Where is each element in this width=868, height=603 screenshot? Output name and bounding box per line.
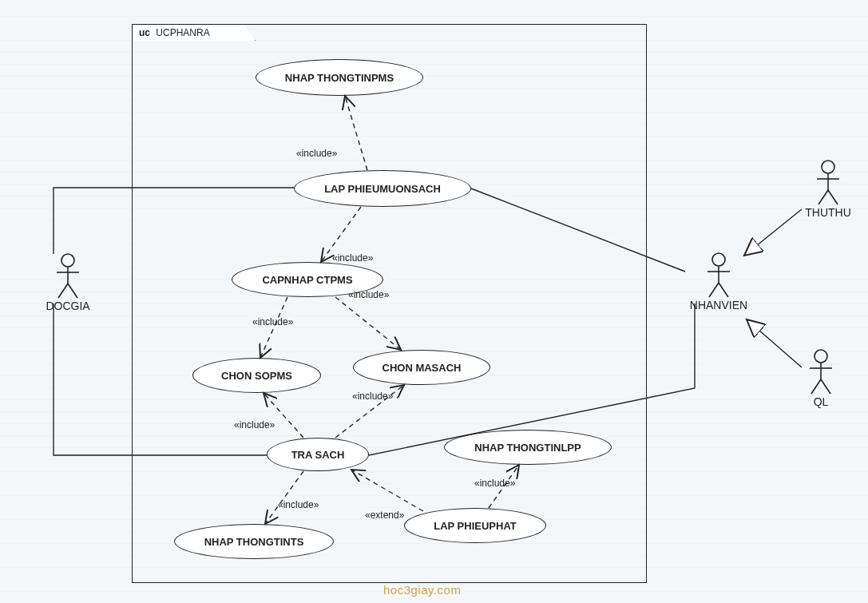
label-include-8: «include» <box>474 478 515 489</box>
svg-line-4 <box>68 284 77 298</box>
stickfigure-icon <box>54 253 82 300</box>
usecase-nhap-thongtinpms: NHAP THONGTINPMS <box>256 59 423 96</box>
usecase-lap-phieumuonsach: LAP PHIEUMUONSACH <box>294 170 471 207</box>
actor-label: QL <box>797 395 845 408</box>
label-extend: «extend» <box>365 510 404 521</box>
stickfigure-icon <box>704 252 733 299</box>
actor-label: THUTHU <box>796 206 860 219</box>
svg-line-9 <box>719 283 728 297</box>
svg-line-8 <box>709 283 719 297</box>
usecase-chon-masach: CHON MASACH <box>353 350 490 385</box>
usecase-nhap-thongtints: NHAP THONGTINTS <box>174 524 334 559</box>
diagram-canvas: uc UCPHANRA DOCGIA NHANVIEN <box>0 0 868 603</box>
actor-nhanvien: NHANVIEN <box>683 252 755 311</box>
actor-label: DOCGIA <box>36 300 100 312</box>
svg-line-18 <box>811 379 821 394</box>
label-include-4: «include» <box>252 316 293 327</box>
svg-point-0 <box>61 254 74 267</box>
frame-name: UCPHANRA <box>156 27 209 38</box>
svg-line-13 <box>818 190 828 204</box>
actor-docgia: DOCGIA <box>36 253 100 312</box>
stickfigure-icon <box>814 160 842 206</box>
usecase-tra-sach: TRA SACH <box>267 438 369 471</box>
label-include-7: «include» <box>278 499 319 510</box>
svg-line-14 <box>828 190 838 204</box>
svg-point-5 <box>712 253 725 266</box>
frame-prefix: uc <box>139 27 150 38</box>
svg-point-15 <box>814 350 827 363</box>
label-include-2: «include» <box>332 252 373 264</box>
actor-label: NHANVIEN <box>683 299 755 311</box>
actor-ql: QL <box>797 349 845 408</box>
actor-thuthu: THUTHU <box>796 160 860 219</box>
label-include-1: «include» <box>296 148 337 159</box>
boundary-label: uc UCPHANRA <box>132 24 256 41</box>
usecase-chon-sopms: CHON SOPMS <box>192 358 321 393</box>
usecase-nhap-thongtinlpp: NHAP THONGTINLPP <box>444 430 612 465</box>
stickfigure-icon <box>807 349 835 395</box>
svg-line-3 <box>58 284 68 298</box>
watermark-text: hoc3giay.com <box>383 583 461 597</box>
svg-line-19 <box>821 379 830 394</box>
svg-point-10 <box>822 161 834 173</box>
label-include-6: «include» <box>352 391 393 402</box>
label-include-3: «include» <box>348 289 389 300</box>
system-boundary: uc UCPHANRA <box>132 24 647 583</box>
usecase-lap-phieuphat: LAP PHIEUPHAT <box>404 508 546 543</box>
label-include-5: «include» <box>234 419 275 430</box>
